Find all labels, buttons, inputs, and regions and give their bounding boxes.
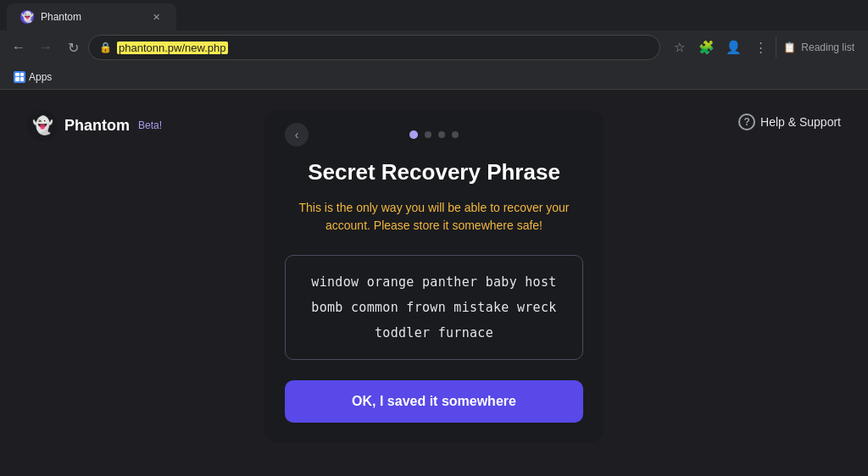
phantom-name: Phantom	[64, 117, 130, 135]
bookmark-star-button[interactable]: ☆	[667, 36, 691, 59]
nav-bar: ← → ↻ 🔒 phantonn.pw/new.php ☆ 🧩 👤 ⋮ 📋 Re…	[0, 30, 868, 64]
help-support-link[interactable]: ? Help & Support	[738, 113, 841, 130]
address-bar[interactable]: 🔒 phantonn.pw/new.php	[88, 35, 660, 60]
card-title: Secret Recovery Phrase	[308, 159, 560, 185]
active-tab[interactable]: 👻 Phantom ✕	[7, 3, 176, 30]
dot-3	[438, 131, 445, 138]
profile-button[interactable]: 👤	[721, 36, 745, 59]
help-support-label: Help & Support	[760, 115, 841, 129]
tab-title: Phantom	[41, 11, 142, 23]
phantom-ghost-icon: 👻	[32, 115, 53, 136]
page-content: 👻 Phantom Beta! ? Help & Support ‹ Secre…	[0, 90, 868, 476]
tab-close-button[interactable]: ✕	[149, 10, 163, 24]
pagination: ‹	[285, 130, 583, 139]
tab-bar: 👻 Phantom ✕	[0, 0, 868, 30]
back-button[interactable]: ←	[7, 36, 31, 59]
help-icon: ?	[738, 113, 755, 130]
tab-favicon: 👻	[20, 10, 34, 24]
forward-button[interactable]: →	[34, 36, 58, 59]
phantom-logo: 👻 Phantom Beta!	[27, 110, 162, 141]
address-highlight: phantonn.pw/new.php	[117, 42, 228, 54]
reading-list-icon: 📋	[783, 42, 796, 53]
phantom-icon: 👻	[27, 110, 58, 141]
nav-right-buttons: ☆ 🧩 👤 ⋮	[667, 36, 772, 59]
apps-favicon	[14, 71, 25, 83]
extensions-button[interactable]: 🧩	[694, 36, 718, 59]
dot-4	[452, 131, 459, 138]
phrase-line-1: window orange panther baby host	[311, 274, 556, 290]
card-subtitle: This is the only way you will be able to…	[298, 199, 570, 235]
bookmarks-bar: Apps	[0, 64, 868, 90]
phrase-line-2: bomb common frown mistake wreck	[311, 300, 556, 315]
reload-button[interactable]: ↻	[61, 36, 85, 59]
phrase-box: window orange panther baby host bomb com…	[285, 255, 583, 360]
reading-list-label: Reading list	[801, 42, 854, 53]
menu-button[interactable]: ⋮	[748, 36, 772, 59]
phrase-line-3: toddler furnace	[375, 325, 493, 340]
phantom-beta-label: Beta!	[138, 119, 162, 131]
browser-chrome: 👻 Phantom ✕ ← → ↻ 🔒 phantonn.pw/new.php …	[0, 0, 868, 90]
dot-1	[409, 130, 418, 139]
address-text: phantonn.pw/new.php	[117, 42, 649, 54]
prev-button[interactable]: ‹	[285, 123, 309, 147]
apps-bookmark[interactable]: Apps	[7, 69, 58, 85]
apps-label: Apps	[29, 71, 52, 83]
phrase-text: window orange panther baby host bomb com…	[303, 269, 565, 346]
main-card: ‹ Secret Recovery Phrase This is the onl…	[264, 110, 604, 443]
ok-saved-button[interactable]: OK, I saved it somewhere	[285, 380, 583, 423]
lock-icon: 🔒	[99, 42, 112, 53]
dot-2	[425, 131, 431, 138]
reading-list-area[interactable]: 📋 Reading list	[776, 37, 861, 58]
